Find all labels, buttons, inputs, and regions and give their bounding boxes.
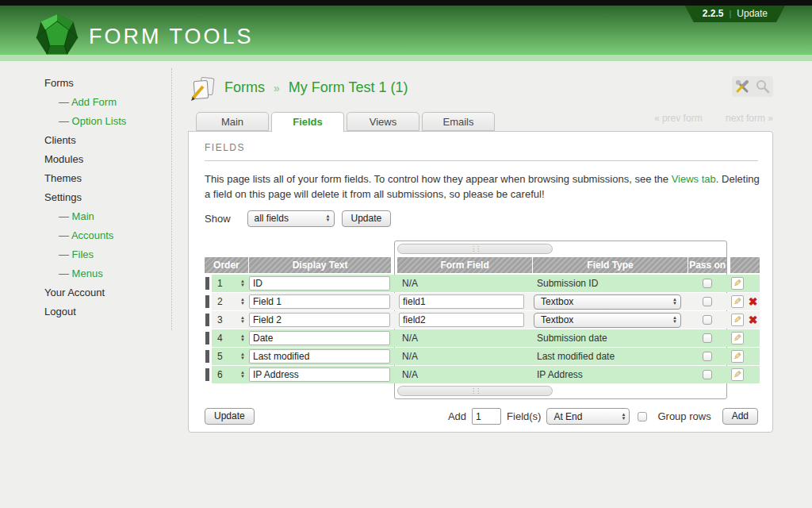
column-gap (391, 311, 397, 329)
table-update-button[interactable]: Update (205, 408, 255, 425)
sort-arrows-icon[interactable]: ▲▼ (240, 334, 245, 342)
display-text-input[interactable] (249, 313, 390, 327)
edit-icon[interactable]: ✎ (731, 314, 744, 326)
field-type-select[interactable]: Textbox▲▼ (534, 313, 681, 328)
prev-form-link[interactable]: « prev form (654, 113, 703, 124)
edit-icon[interactable]: ✎ (731, 332, 744, 344)
tab-emails[interactable]: Emails (422, 112, 495, 131)
edit-icon[interactable]: ✎ (731, 350, 744, 363)
edit-cell: ✎ (730, 275, 745, 292)
sort-arrows-icon[interactable]: ▲▼ (240, 371, 245, 379)
display-text-input[interactable] (249, 276, 390, 291)
sort-arrows-icon[interactable]: ▲▼ (240, 298, 245, 306)
next-form-link[interactable]: next form » (726, 113, 773, 124)
drag-handle[interactable] (205, 366, 212, 383)
display-text-input[interactable] (249, 294, 390, 309)
delete-cell (746, 366, 760, 383)
version-update-tab[interactable]: 2.2.5 | Update (685, 6, 785, 22)
breadcrumb-forms-link[interactable]: Forms (224, 79, 265, 95)
pass-on-checkbox[interactable] (703, 352, 712, 361)
sort-arrows-icon[interactable]: ▲▼ (240, 316, 245, 324)
delete-icon[interactable]: ✖ (749, 296, 758, 307)
sidebar-item-add-form[interactable]: — Add Form (44, 97, 171, 107)
fields-panel: FIELDS This page lists all of your form … (188, 131, 773, 433)
pass-on-checkbox[interactable] (703, 297, 712, 306)
sidebar-item-modules[interactable]: Modules (44, 154, 171, 164)
field-type-cell: Textbox▲▼ (532, 311, 688, 329)
show-fields-select[interactable]: all fields ▲▼ (247, 210, 335, 227)
breadcrumb: Forms » My Form Test 1 (1) (188, 75, 773, 103)
tab-main[interactable]: Main (196, 112, 269, 131)
footer-controls: Update Add Field(s) At End ▲▼ Group rows… (205, 408, 758, 425)
sidebar-item-accounts[interactable]: — Accounts (44, 230, 171, 241)
delete-cell: ✖ (746, 293, 760, 310)
scrollbar-handle-top[interactable]: ⋮⋮ (397, 244, 553, 254)
sidebar-item-files[interactable]: — Files (44, 249, 171, 260)
scrollbar-track-top[interactable]: ⋮⋮ (397, 244, 724, 254)
sidebar-item-forms[interactable]: Forms (44, 78, 171, 88)
pass-on-checkbox[interactable] (703, 333, 712, 343)
form-field-input[interactable] (399, 294, 524, 309)
drag-handle[interactable] (205, 275, 212, 292)
edit-icon[interactable]: ✎ (731, 277, 744, 290)
form-field-input[interactable] (399, 313, 524, 327)
select-stepper-icon: ▲▼ (621, 413, 626, 421)
search-icon[interactable] (753, 76, 773, 97)
version-separator: | (729, 9, 731, 18)
field-type-cell: Textbox▲▼ (532, 293, 688, 310)
drag-handle[interactable] (205, 348, 212, 365)
breadcrumb-separator: » (274, 82, 280, 94)
sidebar-item-clients[interactable]: Clients (44, 135, 171, 145)
delete-icon[interactable]: ✖ (749, 314, 758, 325)
sidebar-item-themes[interactable]: Themes (44, 173, 171, 183)
tab-views[interactable]: Views (347, 112, 419, 131)
drag-handle-bar (205, 277, 209, 290)
drag-handle[interactable] (205, 329, 212, 347)
add-fields-button[interactable]: Add (722, 408, 758, 425)
sort-arrows-icon[interactable]: ▲▼ (240, 279, 245, 287)
display-text-input[interactable] (249, 368, 390, 382)
edit-cell: ✎ (730, 366, 745, 383)
drag-handle[interactable] (205, 311, 212, 329)
fields-table: Order Display Text Form Field Field Type… (205, 257, 760, 384)
pass-on-checkbox[interactable] (703, 370, 712, 379)
add-count-input[interactable] (472, 408, 501, 425)
pass-on-cell (688, 329, 726, 347)
tab-fields[interactable]: Fields (271, 112, 344, 132)
sidebar-item-logout[interactable]: Logout (44, 306, 171, 317)
group-rows-checkbox[interactable] (638, 412, 647, 421)
order-cell: 1 ▲▼ (212, 275, 248, 292)
field-type-cell: Submission date (532, 329, 688, 347)
form-field-cell: N/A (397, 329, 532, 347)
form-field-cell: N/A (397, 348, 532, 365)
views-tab-link[interactable]: Views tab (672, 173, 716, 185)
display-text-input[interactable] (249, 331, 390, 345)
filter-update-button[interactable]: Update (342, 210, 392, 227)
column-gap (391, 275, 397, 292)
drag-handle[interactable] (205, 293, 212, 310)
order-cell: 2 ▲▼ (212, 293, 248, 310)
scrollbar-track-bottom[interactable]: ⋮⋮ (397, 386, 724, 396)
breadcrumb-current: My Form Test 1 (1) (289, 79, 408, 95)
display-text-input[interactable] (249, 349, 390, 364)
sidebar-item-settings[interactable]: Settings (44, 192, 171, 202)
pass-on-checkbox[interactable] (703, 279, 712, 288)
sidebar-item-menus[interactable]: — Menus (44, 268, 171, 279)
version-number: 2.2.5 (703, 8, 724, 19)
tools-icon[interactable] (732, 76, 753, 97)
form-field-cell: N/A (397, 275, 532, 292)
table-row: 2 ▲▼ Textbox▲▼ ✎ ✖ (205, 293, 760, 310)
sidebar-item-option-lists[interactable]: — Option Lists (44, 116, 171, 126)
delete-cell (746, 275, 760, 292)
header-order: Order (205, 257, 248, 273)
scrollbar-handle-bottom[interactable]: ⋮⋮ (397, 386, 553, 396)
pass-on-checkbox[interactable] (703, 315, 712, 325)
edit-icon[interactable]: ✎ (731, 295, 744, 308)
field-type-select[interactable]: Textbox▲▼ (534, 294, 681, 310)
edit-icon[interactable]: ✎ (731, 368, 744, 381)
add-position-select[interactable]: At End ▲▼ (546, 408, 630, 425)
sort-arrows-icon[interactable]: ▲▼ (240, 352, 245, 360)
sidebar-item-your-account[interactable]: Your Account (44, 287, 171, 298)
sidebar-item-main[interactable]: — Main (44, 211, 171, 221)
update-link[interactable]: Update (737, 8, 768, 19)
